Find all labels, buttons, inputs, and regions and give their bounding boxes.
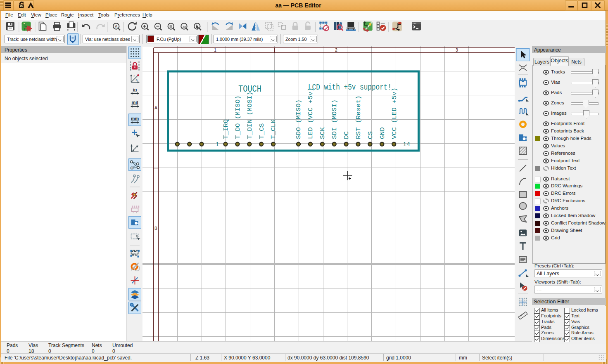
svg-text:1: 1 xyxy=(215,141,219,148)
svg-text:3: 3 xyxy=(456,47,458,52)
svg-text:A: A xyxy=(154,105,157,110)
svg-text:θ: θ xyxy=(136,78,138,82)
svg-text:T_CS: T_CS xyxy=(259,123,265,139)
svg-text:RST (Reset): RST (Reset) xyxy=(355,95,362,139)
svg-text:B: B xyxy=(154,226,157,231)
svg-text:2: 2 xyxy=(335,47,337,52)
svg-text:T_CLK: T_CLK xyxy=(270,119,277,139)
svg-text:1: 1 xyxy=(214,47,216,52)
svg-text:in: in xyxy=(133,87,137,92)
svg-text:mm: mm xyxy=(131,116,139,121)
svg-text:14: 14 xyxy=(403,141,410,148)
svg-text:A: A xyxy=(115,24,118,28)
svg-text:LCD with +5v support!: LCD with +5v support! xyxy=(308,83,392,92)
svg-text:SDI (MOSI): SDI (MOSI) xyxy=(331,99,338,139)
svg-text:DC: DC xyxy=(343,131,350,139)
svg-text:LED (VCC +5v): LED (VCC +5v) xyxy=(307,87,314,139)
svg-text:T_DO (MISO): T_DO (MISO) xyxy=(235,95,241,139)
svg-text:CS: CS xyxy=(367,131,374,139)
svg-text:SCK: SCK xyxy=(319,127,326,139)
svg-text:T_IRQ: T_IRQ xyxy=(223,119,229,139)
svg-text:T_DIN (MOSI): T_DIN (MOSI) xyxy=(247,92,253,139)
svg-text:mil: mil xyxy=(132,100,138,105)
svg-text:r: r xyxy=(134,74,135,78)
svg-text:SDO (MISO): SDO (MISO) xyxy=(295,99,302,139)
svg-text:VCC (LED +5v): VCC (LED +5v) xyxy=(391,87,398,139)
svg-text:GND: GND xyxy=(379,127,386,139)
